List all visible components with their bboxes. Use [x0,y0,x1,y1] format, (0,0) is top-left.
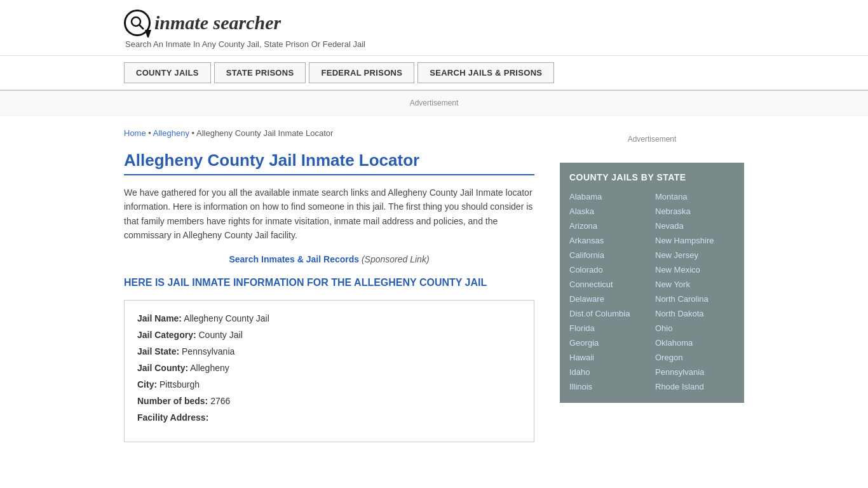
jail-info-box: Jail Name: Allegheny County Jail Jail Ca… [124,300,534,442]
svg-line-1 [139,25,144,29]
jail-city-label: City: [137,379,157,390]
state-link[interactable]: Connecticut [569,278,649,291]
state-link[interactable]: Rhode Island [655,380,735,393]
state-link[interactable]: Nevada [655,219,735,233]
jail-county-row: Jail County: Allegheny [137,363,521,373]
breadcrumb-sep2: • [192,128,196,138]
sponsored-link-block: Search Inmates & Jail Records (Sponsored… [124,254,534,264]
page-description: We have gathered for you all the availab… [124,186,534,243]
sidebar-box-title: COUNTY JAILS BY STATE [569,172,735,182]
jail-category-label: Jail Category: [137,330,196,340]
state-link[interactable]: California [569,248,649,262]
state-link[interactable]: Florida [569,322,649,335]
states-grid: AlabamaMontanaAlaskaNebraskaArizonaNevad… [569,190,735,393]
state-link[interactable]: Alabama [569,190,649,203]
jail-state: Pennsylvania [182,346,234,356]
state-link[interactable]: Illinois [569,380,649,393]
main-container: Home • Allegheny • Allegheny County Jail… [0,116,868,468]
jail-city-row: City: Pittsburgh [137,379,521,390]
state-link[interactable]: Alaska [569,205,649,218]
jail-state-label: Jail State: [137,346,179,356]
jail-state-row: Jail State: Pennsylvania [137,346,521,356]
state-link[interactable]: Colorado [569,263,649,276]
logo-icon [124,10,151,36]
jail-beds-row: Number of beds: 2766 [137,396,521,406]
state-link[interactable]: Nebraska [655,205,735,218]
state-link[interactable]: New Mexico [655,263,735,276]
state-link[interactable]: Pennsylvania [655,365,735,379]
main-content: Home • Allegheny • Allegheny County Jail… [124,116,547,468]
breadcrumb-current: Allegheny County Jail Inmate Locator [196,128,333,138]
sponsored-text: (Sponsored Link) [362,254,430,264]
state-prisons-button[interactable]: STATE PRISONS [214,62,306,83]
site-tagline: Search An Inmate In Any County Jail, Sta… [125,39,744,49]
jail-category-row: Jail Category: County Jail [137,330,521,340]
jail-address-row: Facility Address: [137,412,521,423]
logo-area: inmate searcher [124,10,744,36]
state-link[interactable]: New York [655,278,735,291]
top-ad-bar: Advertisement [0,91,868,116]
state-link[interactable]: New Jersey [655,248,735,262]
sidebar-ad-label: Advertisement [628,135,677,144]
jail-address-label: Facility Address: [137,412,208,423]
site-logo-text: inmate searcher [154,12,281,34]
section-heading: HERE IS JAIL INMATE INFORMATION FOR THE … [124,277,534,288]
search-jails-button[interactable]: SEARCH JAILS & PRISONS [417,62,554,83]
jail-name: Allegheny County Jail [184,313,269,323]
state-link[interactable]: Delaware [569,292,649,306]
breadcrumb-home[interactable]: Home [124,128,146,138]
ad-label: Advertisement [410,98,459,107]
state-link[interactable]: Ohio [655,322,735,335]
sponsored-link[interactable]: Search Inmates & Jail Records [229,254,359,264]
state-link[interactable]: Montana [655,190,735,203]
jail-name-row: Jail Name: Allegheny County Jail [137,313,521,323]
state-link[interactable]: Idaho [569,365,649,379]
sidebar-ad: Advertisement [560,128,744,150]
logo-name: inmate searcher [154,12,281,33]
sidebar: Advertisement COUNTY JAILS BY STATE Alab… [547,116,744,468]
jail-name-label: Jail Name: [137,313,182,323]
state-link[interactable]: North Carolina [655,292,735,306]
state-link[interactable]: Dist.of Columbia [569,307,649,320]
state-link[interactable]: Arkansas [569,234,649,247]
jail-city: Pittsburgh [159,379,200,390]
jail-category-val: County Jail [198,330,242,340]
state-link[interactable]: Oregon [655,351,735,364]
federal-prisons-button[interactable]: FEDERAL PRISONS [309,62,414,83]
jail-county-label: Jail County: [137,363,188,373]
state-link[interactable]: Oklahoma [655,336,735,349]
state-link[interactable]: North Dakota [655,307,735,320]
state-link[interactable]: Georgia [569,336,649,349]
county-jails-button[interactable]: COUNTY JAILS [124,62,211,83]
jail-beds: 2766 [210,396,230,406]
jail-beds-label: Number of beds: [137,396,208,406]
breadcrumb-sep1: • [148,128,151,138]
state-link[interactable]: New Hampshire [655,234,735,247]
state-link[interactable]: Arizona [569,219,649,233]
breadcrumb-allegheny[interactable]: Allegheny [153,128,189,138]
main-nav: COUNTY JAILS STATE PRISONS FEDERAL PRISO… [0,56,868,91]
state-link[interactable]: Hawaii [569,351,649,364]
page-title: Allegheny County Jail Inmate Locator [124,151,534,175]
header: inmate searcher Search An Inmate In Any … [0,0,868,56]
county-jails-by-state-box: COUNTY JAILS BY STATE AlabamaMontanaAlas… [560,163,744,403]
svg-point-0 [132,17,140,26]
jail-county: Allegheny [190,363,229,373]
breadcrumb: Home • Allegheny • Allegheny County Jail… [124,128,534,138]
